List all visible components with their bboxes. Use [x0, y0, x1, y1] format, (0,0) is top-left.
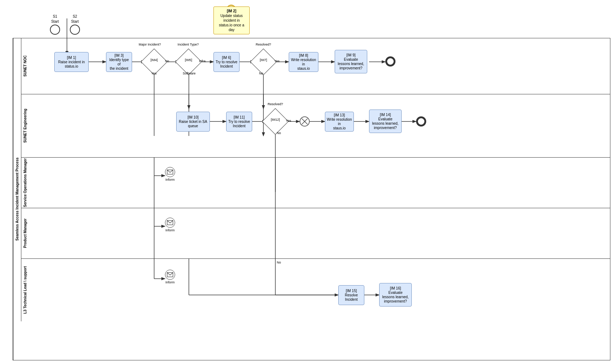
resolved-label-eng: Resolved? — [262, 102, 289, 106]
im12-no-down-label: No — [277, 261, 281, 264]
im13-label: [IM 13]Write resolution instaus.io — [327, 113, 352, 130]
im7-diamond — [250, 48, 277, 75]
im7-diamond-wrapper: [IM7] — [254, 52, 273, 71]
im9-node: [IM 9]Evaluatelessons learned,improvemen… — [335, 50, 367, 73]
swimlanes-wrapper: Seamless Access Incident Management Proc… — [13, 38, 610, 360]
inform1-circle — [165, 167, 175, 177]
im12-yes-label: Yes — [286, 119, 291, 123]
lane-product-mgr-content: Inform — [29, 208, 610, 258]
im8-node: [IM 8]Write resolution instaus.io — [289, 52, 318, 72]
im14-node: [IM 14]Evaluatelessons learned,improveme… — [369, 110, 402, 133]
im4-diamond — [141, 48, 168, 75]
im7-yes-label: Yes — [274, 59, 280, 63]
im4-label: [IM4] — [148, 58, 161, 62]
end2-symbol — [416, 116, 426, 127]
arrows-sunet-eng — [29, 94, 610, 157]
inform1-wrapper: Inform — [165, 167, 175, 181]
resolved-label-noc: Resolved? — [250, 43, 276, 46]
lane-service-ops: Service Operations Manager — [21, 158, 610, 208]
im2-text: Update status incident in status.io once… — [219, 14, 244, 32]
lane-sunet-engineering: SUNET Engineering — [21, 94, 610, 158]
start-s1: S1 Start — [50, 14, 60, 35]
im8-label: [IM 8]Write resolution instaus.io — [291, 53, 317, 71]
incident-type-label: Incident Type? — [174, 43, 203, 46]
lane-tech-lead-content: Inform [IM 15]Resolve Incident [IM 16]Ev… — [29, 259, 610, 321]
end2-circle — [416, 116, 426, 127]
im9-label: [IM 9]Evaluatelessons learned,improvemen… — [338, 53, 364, 70]
s1-label: S1 — [50, 14, 60, 18]
process-title-label: Seamless Access Incident Management Proc… — [13, 38, 21, 360]
im5-software-label: Software — [183, 72, 196, 75]
lane-service-ops-content: Inform — [29, 158, 610, 208]
s2-label: S2 — [70, 14, 80, 18]
inform2-circle — [165, 218, 175, 228]
im5-diamond — [175, 48, 202, 75]
im1-node: [IM 1]Raise incident instatus.io — [54, 52, 89, 72]
lane-product-mgr-label: Product Manager — [21, 208, 29, 258]
im4-no-label: No — [165, 59, 169, 63]
lane-sunet-noc: SUNET NOC — [21, 38, 610, 94]
im12-diamond-wrapper: [IM12] — [266, 112, 285, 131]
lane-sunet-noc-content: [IM 1]Raise incident instatus.io [IM 3]I… — [29, 38, 610, 94]
im2-id: [IM 2] — [227, 9, 236, 13]
im16-node: [IM 16]Evaluatelessons learned,improveme… — [379, 283, 412, 307]
im6-label: [IM 6]Try to resolveIncident — [216, 56, 237, 69]
im4-diamond-wrapper: [IM4] — [145, 52, 164, 71]
lane-sunet-noc-label: SUNET NOC — [21, 38, 29, 94]
inform3-circle — [165, 270, 175, 280]
lane-sunet-eng-content: [IM 10]Raise ticket in SAqueue [IM 11]Tr… — [29, 94, 610, 157]
im5-label: [IM5] — [182, 58, 195, 62]
im15-node: [IM 15]Resolve Incident — [338, 285, 364, 305]
inform3-wrapper: Inform — [165, 270, 175, 284]
im12-no-label: No — [277, 131, 281, 135]
arrows-product-mgr — [29, 208, 610, 258]
inform2-label: Inform — [165, 228, 175, 232]
inform1-label: Inform — [165, 178, 175, 181]
arrows-tech-lead — [29, 259, 610, 321]
lane-product-mgr: Product Manager — [21, 208, 610, 259]
im7-no-label: No — [259, 72, 263, 75]
top-area: S1 Start S2 Start [IM 2] Update status i… — [0, 0, 614, 38]
im10-label: [IM 10]Raise ticket in SAqueue — [179, 115, 207, 128]
im7-label: [IM7] — [257, 58, 270, 62]
im3-node: [IM 3]Identify type ofthe incident — [106, 52, 132, 72]
im10-node: [IM 10]Raise ticket in SAqueue — [176, 112, 210, 132]
im3-label: [IM 3]Identify type ofthe incident — [108, 53, 130, 71]
lane-tech-lead-label: L3 Technical Lead \ support — [21, 259, 29, 321]
lanes-column: SUNET NOC — [21, 38, 610, 360]
im12-diamond — [262, 108, 289, 135]
im2-node: [IM 2] Update status incident in status.… — [213, 7, 250, 34]
im2-box: [IM 2] Update status incident in status.… — [213, 7, 250, 34]
im5-diamond-wrapper: [IM5] — [179, 52, 198, 71]
start-s2: S2 Start — [70, 14, 80, 35]
s1-circle — [50, 25, 60, 35]
diagram-container: S1 Start S2 Start [IM 2] Update status i… — [0, 0, 614, 364]
im1-label: [IM 1]Raise incident instatus.io — [58, 56, 85, 69]
lane-tech-lead: L3 Technical Lead \ support — [21, 259, 610, 321]
inform3-label: Inform — [165, 281, 175, 284]
lane-sunet-eng-label: SUNET Engineering — [21, 94, 29, 157]
merge-circle-wrapper — [300, 116, 310, 127]
im11-node: [IM 11]Try to resolveIncident — [226, 112, 252, 132]
s2-circle — [70, 25, 80, 35]
inform2-wrapper: Inform — [165, 218, 175, 232]
im11-label: [IM 11]Try to resolveIncident — [228, 115, 250, 128]
im14-label: [IM 14]Evaluatelessons learned,improveme… — [372, 113, 399, 130]
end1-circle — [385, 56, 395, 67]
im5-infra-label: Infra. — [199, 59, 207, 63]
im15-label: [IM 15]Resolve Incident — [340, 289, 363, 302]
im4-yes-label: Yes — [151, 72, 157, 75]
s2-sublabel: Start — [70, 20, 80, 23]
major-incident-label: Major Incident? — [135, 43, 164, 46]
im13-node: [IM 13]Write resolution instaus.io — [325, 112, 354, 132]
arrows-service-ops — [29, 158, 610, 208]
im12-label: [IM12] — [268, 118, 282, 121]
s1-sublabel: Start — [50, 20, 60, 23]
end1-symbol — [385, 56, 395, 67]
im6-node: [IM 6]Try to resolveIncident — [213, 52, 240, 72]
im16-label: [IM 16]Evaluatelessons learned,improveme… — [382, 286, 409, 304]
lane-service-ops-label: Service Operations Manager — [21, 158, 29, 208]
